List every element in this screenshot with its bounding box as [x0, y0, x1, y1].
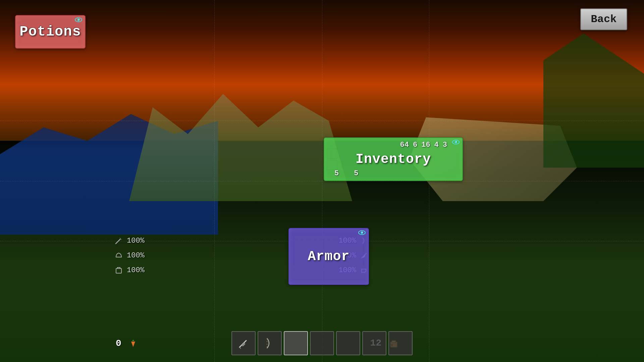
left-item-count: 0: [116, 338, 138, 349]
svg-line-18: [243, 344, 244, 345]
hotbar-slot-1[interactable]: [231, 331, 256, 355]
inventory-numbers-top: 64 6 16 4 3: [324, 141, 462, 149]
svg-point-2: [78, 19, 79, 19]
svg-rect-10: [116, 268, 121, 273]
hotbar-slot-6[interactable]: [362, 331, 386, 355]
hotbar-slot-7[interactable]: [388, 331, 413, 355]
left-count-value: 0: [116, 338, 121, 349]
inventory-numbers-bottom: 5 5: [334, 169, 358, 178]
potions-panel[interactable]: Potions: [15, 15, 86, 49]
helmet-status: 100%: [114, 251, 145, 260]
armor-eye-icon: [358, 230, 366, 235]
status-left: 100% 100% 100%: [114, 236, 145, 275]
potions-eye-icon: [75, 17, 82, 22]
chestplate-durability: 100%: [127, 266, 145, 275]
helmet-icon: [114, 251, 123, 260]
chestplate-icon: [114, 265, 123, 275]
potions-title: Potions: [19, 24, 81, 40]
inventory-block-icons: [327, 148, 337, 170]
inv-num-1: 64: [400, 141, 409, 149]
hotbar-slot-2[interactable]: [258, 331, 282, 355]
pickaxe-icon: [114, 236, 123, 245]
svg-point-8: [362, 232, 363, 232]
hotbar: [231, 331, 413, 355]
svg-point-1: [77, 19, 80, 21]
chestplate-status: 100%: [114, 265, 145, 275]
hotbar-slot-3-active[interactable]: [284, 331, 308, 355]
svg-line-19: [239, 347, 241, 349]
svg-line-9: [116, 239, 120, 244]
inv-num-4: 4: [434, 141, 439, 149]
inv-num-2: 6: [413, 141, 417, 149]
pickaxe-status: 100%: [114, 236, 145, 245]
hotbar-slot-4[interactable]: [310, 331, 334, 355]
inv-num-7: 5: [354, 169, 358, 178]
grid-line-h2: [0, 181, 644, 181]
armor-title: Armor: [308, 249, 350, 264]
inv-num-3: 16: [421, 141, 430, 149]
armor-panel[interactable]: Armor: [288, 228, 369, 285]
svg-point-7: [361, 232, 363, 234]
grid-line-h1: [0, 121, 644, 121]
inv-num-6: 5: [334, 169, 339, 178]
pickaxe-durability: 100%: [127, 237, 145, 245]
inventory-panel[interactable]: 64 6 16 4 3 Inventory 5 5: [324, 137, 463, 181]
back-button-label: Back: [591, 13, 617, 25]
inv-num-5: 3: [443, 141, 447, 149]
helmet-durability: 100%: [127, 251, 145, 260]
hotbar-slot-5[interactable]: [336, 331, 360, 355]
inventory-title: Inventory: [356, 152, 431, 167]
back-button[interactable]: Back: [580, 8, 627, 30]
